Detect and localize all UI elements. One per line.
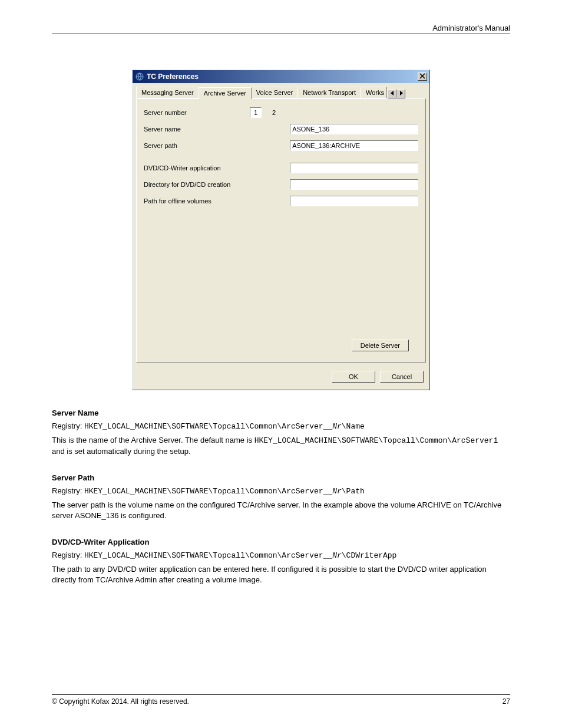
tab-works[interactable]: Works [361,87,387,98]
row-dvd-dir: Directory for DVD/CD creation [144,179,418,190]
tab-archive-server[interactable]: Archive Server [199,87,252,99]
reg-label: Registry: [52,421,84,430]
heading-server-path: Server Path [52,473,510,483]
reg-path-app: HKEY_LOCAL_MACHINE\SOFTWARE\Topcall\Comm… [84,551,332,560]
reg-tail: \CDWriterApp [342,551,397,560]
reg-label: Registry: [52,486,84,495]
input-server-path[interactable]: ASONE_136:ARCHIVE [290,140,418,151]
footer-page: 27 [503,697,510,706]
titlebar: TC Preferences [133,70,429,83]
page-footer: © Copyright Kofax 2014. All rights reser… [52,694,510,706]
input-server-name[interactable]: ASONE_136 [290,124,418,134]
section-dvd-app: DVD/CD-Writer Application Registry: HKEY… [52,537,510,585]
label-offline-path: Path for offline volumes [144,197,249,205]
tab-scroll-right[interactable] [396,89,405,98]
reg-tail: \Path [342,487,365,496]
label-server-path: Server path [144,142,249,149]
header-right: Administrator's Manual [432,24,510,32]
cancel-button[interactable]: Cancel [380,371,424,383]
row-offline-path: Path for offline volumes [144,196,418,206]
label-dvd-dir: Directory for DVD/CD creation [144,181,249,188]
tab-messaging-server[interactable]: Messaging Server [136,87,199,98]
row-dvd-app: DVD/CD-Writer application [144,163,418,173]
preferences-dialog: TC Preferences Messaging Server Archive … [132,70,430,390]
label-server-number: Server number [144,109,250,116]
input-offline-path[interactable] [290,196,418,206]
heading-dvd-app: DVD/CD-Writer Application [52,537,510,548]
ok-button[interactable]: OK [332,371,375,383]
reg-label: Registry: [52,551,84,559]
row-server-name: Server name ASONE_136 [144,124,418,134]
reg-tail: \Name [342,422,365,431]
tab-scroll [388,89,405,98]
tabstrip: Messaging Server Archive Server Voice Se… [133,83,429,98]
close-button[interactable] [418,73,427,81]
row-server-number: Server number 1 2 [144,107,418,118]
label-server-name: Server name [144,126,249,133]
server-number-1[interactable]: 1 [250,107,262,118]
svg-marker-3 [391,91,394,95]
delete-server-button[interactable]: Delete Server [352,340,409,351]
app-icon [135,72,144,81]
input-dvd-app[interactable] [290,163,418,173]
reg-path-name: HKEY_LOCAL_MACHINE\SOFTWARE\Topcall\Comm… [84,422,332,431]
input-dvd-dir[interactable] [290,179,418,190]
row-server-path: Server path ASONE_136:ARCHIVE [144,140,418,151]
desc-dvd-app: The path to any DVD/CD writer applicatio… [52,564,510,585]
label-dvd-app: DVD/CD-Writer application [144,164,249,172]
reg-path-path: HKEY_LOCAL_MACHINE\SOFTWARE\Topcall\Comm… [84,487,332,496]
reg-var: Nr [332,551,342,560]
tab-voice-server[interactable]: Voice Server [251,87,298,98]
section-server-path: Server Path Registry: HKEY_LOCAL_MACHINE… [52,473,510,521]
heading-server-name: Server Name [52,408,510,419]
tab-panel: Server number 1 2 Server name ASONE_136 … [136,98,426,363]
reg-var: Nr [332,422,342,431]
footer-copyright: © Copyright Kofax 2014. All rights reser… [52,697,189,706]
tab-scroll-left[interactable] [388,89,396,98]
section-server-name: Server Name Registry: HKEY_LOCAL_MACHINE… [52,408,510,456]
tab-network-transport[interactable]: Network Transport [297,87,361,98]
reg-var: Nr [332,487,342,496]
desc-server-name: This is the name of the Archive Server. … [52,435,510,456]
server-number-2[interactable]: 2 [270,109,278,116]
dialog-buttons: OK Cancel [133,366,429,390]
dialog-title: TC Preferences [147,73,418,81]
svg-marker-4 [400,91,403,95]
desc-server-path: The server path is the volume name on th… [52,500,510,521]
page-header: TC/Archive Administrator's Manual [52,24,510,34]
